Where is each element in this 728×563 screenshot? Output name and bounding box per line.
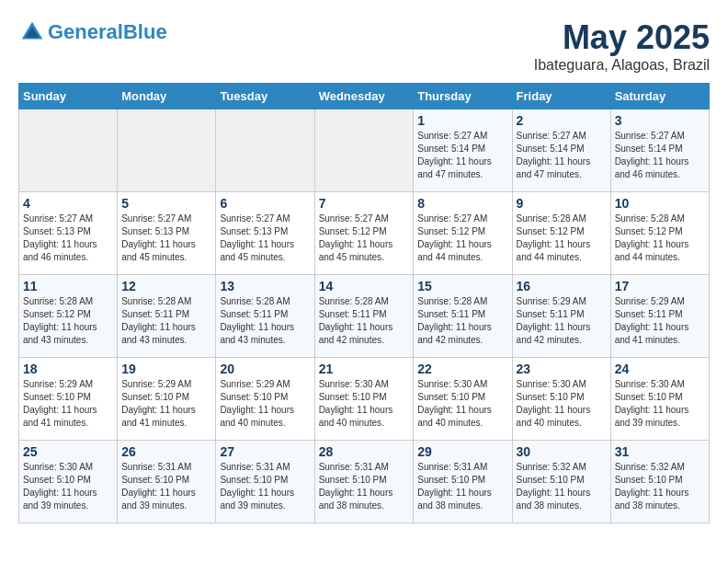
day-number: 14	[319, 279, 410, 293]
day-info: Sunrise: 5:27 AM Sunset: 5:14 PM Dayligh…	[517, 130, 607, 181]
calendar-week-1: 1Sunrise: 5:27 AM Sunset: 5:14 PM Daylig…	[19, 109, 710, 192]
calendar-cell: 23Sunrise: 5:30 AM Sunset: 5:10 PM Dayli…	[512, 358, 610, 441]
day-info: Sunrise: 5:27 AM Sunset: 5:13 PM Dayligh…	[23, 213, 113, 264]
day-info: Sunrise: 5:31 AM Sunset: 5:10 PM Dayligh…	[121, 461, 211, 512]
calendar-cell: 9Sunrise: 5:28 AM Sunset: 5:12 PM Daylig…	[512, 192, 610, 275]
calendar-cell: 22Sunrise: 5:30 AM Sunset: 5:10 PM Dayli…	[414, 358, 512, 441]
day-info: Sunrise: 5:29 AM Sunset: 5:10 PM Dayligh…	[121, 378, 211, 430]
day-info: Sunrise: 5:27 AM Sunset: 5:12 PM Dayligh…	[319, 213, 410, 264]
day-info: Sunrise: 5:28 AM Sunset: 5:11 PM Dayligh…	[417, 295, 507, 347]
calendar-cell: 5Sunrise: 5:27 AM Sunset: 5:13 PM Daylig…	[118, 192, 216, 275]
day-number: 8	[417, 196, 507, 211]
day-info: Sunrise: 5:30 AM Sunset: 5:10 PM Dayligh…	[517, 378, 607, 430]
day-number: 25	[23, 444, 113, 459]
day-header-tuesday: Tuesday	[216, 84, 314, 109]
day-number: 10	[615, 196, 705, 211]
calendar-cell: 19Sunrise: 5:29 AM Sunset: 5:10 PM Dayli…	[118, 358, 216, 441]
day-info: Sunrise: 5:28 AM Sunset: 5:12 PM Dayligh…	[23, 295, 113, 347]
calendar-cell: 27Sunrise: 5:31 AM Sunset: 5:10 PM Dayli…	[216, 441, 314, 523]
day-info: Sunrise: 5:27 AM Sunset: 5:12 PM Dayligh…	[417, 213, 507, 264]
calendar-cell: 8Sunrise: 5:27 AM Sunset: 5:12 PM Daylig…	[414, 192, 512, 275]
calendar-cell	[314, 109, 414, 192]
day-number: 27	[220, 444, 310, 459]
calendar-cell: 31Sunrise: 5:32 AM Sunset: 5:10 PM Dayli…	[610, 441, 709, 523]
day-info: Sunrise: 5:31 AM Sunset: 5:10 PM Dayligh…	[417, 461, 507, 512]
day-header-thursday: Thursday	[414, 84, 512, 109]
day-info: Sunrise: 5:28 AM Sunset: 5:11 PM Dayligh…	[121, 295, 211, 347]
day-number: 19	[121, 362, 211, 376]
day-info: Sunrise: 5:32 AM Sunset: 5:10 PM Dayligh…	[517, 461, 607, 512]
calendar-cell: 12Sunrise: 5:28 AM Sunset: 5:11 PM Dayli…	[118, 275, 216, 358]
page-header: GeneralBlue May 2025 Ibateguara, Alagoas…	[18, 18, 710, 74]
calendar-header-row: SundayMondayTuesdayWednesdayThursdayFrid…	[19, 84, 710, 109]
day-number: 16	[517, 279, 607, 293]
calendar-cell: 6Sunrise: 5:27 AM Sunset: 5:13 PM Daylig…	[216, 192, 314, 275]
calendar-week-3: 11Sunrise: 5:28 AM Sunset: 5:12 PM Dayli…	[19, 275, 710, 358]
day-info: Sunrise: 5:28 AM Sunset: 5:12 PM Dayligh…	[615, 213, 705, 264]
day-info: Sunrise: 5:27 AM Sunset: 5:14 PM Dayligh…	[615, 130, 705, 181]
day-header-sunday: Sunday	[19, 84, 118, 109]
day-number: 30	[517, 444, 607, 459]
day-number: 12	[121, 279, 211, 293]
calendar-cell: 3Sunrise: 5:27 AM Sunset: 5:14 PM Daylig…	[610, 109, 709, 192]
day-number: 6	[220, 196, 310, 211]
day-header-friday: Friday	[512, 84, 610, 109]
calendar-cell: 4Sunrise: 5:27 AM Sunset: 5:13 PM Daylig…	[19, 192, 118, 275]
day-number: 18	[23, 362, 113, 376]
calendar-cell: 24Sunrise: 5:30 AM Sunset: 5:10 PM Dayli…	[610, 358, 709, 441]
day-number: 22	[417, 362, 507, 376]
day-info: Sunrise: 5:27 AM Sunset: 5:13 PM Dayligh…	[220, 213, 310, 264]
calendar-cell: 17Sunrise: 5:29 AM Sunset: 5:11 PM Dayli…	[610, 275, 709, 358]
calendar-cell	[216, 109, 314, 192]
day-number: 23	[517, 362, 607, 376]
day-number: 4	[23, 196, 113, 211]
day-number: 21	[319, 362, 410, 376]
day-info: Sunrise: 5:27 AM Sunset: 5:14 PM Dayligh…	[417, 130, 507, 181]
day-number: 20	[220, 362, 310, 376]
calendar-week-2: 4Sunrise: 5:27 AM Sunset: 5:13 PM Daylig…	[19, 192, 710, 275]
day-info: Sunrise: 5:31 AM Sunset: 5:10 PM Dayligh…	[220, 461, 310, 512]
calendar-cell: 14Sunrise: 5:28 AM Sunset: 5:11 PM Dayli…	[314, 275, 414, 358]
calendar-week-4: 18Sunrise: 5:29 AM Sunset: 5:10 PM Dayli…	[19, 358, 710, 441]
location-subtitle: Ibateguara, Alagoas, Brazil	[534, 57, 710, 74]
day-number: 26	[121, 444, 211, 459]
logo: GeneralBlue	[18, 18, 167, 46]
day-info: Sunrise: 5:27 AM Sunset: 5:13 PM Dayligh…	[121, 213, 211, 264]
day-number: 3	[615, 113, 705, 128]
logo-line2: Blue	[123, 20, 167, 43]
day-number: 1	[417, 113, 507, 128]
day-number: 2	[517, 113, 607, 128]
day-info: Sunrise: 5:30 AM Sunset: 5:10 PM Dayligh…	[615, 378, 705, 430]
calendar-body: 1Sunrise: 5:27 AM Sunset: 5:14 PM Daylig…	[19, 109, 710, 523]
calendar-cell: 30Sunrise: 5:32 AM Sunset: 5:10 PM Dayli…	[512, 441, 610, 523]
day-number: 24	[615, 362, 705, 376]
day-info: Sunrise: 5:28 AM Sunset: 5:12 PM Dayligh…	[517, 213, 607, 264]
title-area: May 2025 Ibateguara, Alagoas, Brazil	[534, 18, 710, 74]
logo-line1: General	[48, 20, 123, 43]
day-info: Sunrise: 5:30 AM Sunset: 5:10 PM Dayligh…	[319, 378, 410, 430]
day-info: Sunrise: 5:30 AM Sunset: 5:10 PM Dayligh…	[417, 378, 507, 430]
calendar-cell: 20Sunrise: 5:29 AM Sunset: 5:10 PM Dayli…	[216, 358, 314, 441]
day-number: 31	[615, 444, 705, 459]
day-header-monday: Monday	[118, 84, 216, 109]
day-info: Sunrise: 5:28 AM Sunset: 5:11 PM Dayligh…	[319, 295, 410, 347]
calendar-cell: 28Sunrise: 5:31 AM Sunset: 5:10 PM Dayli…	[314, 441, 414, 523]
calendar-cell: 21Sunrise: 5:30 AM Sunset: 5:10 PM Dayli…	[314, 358, 414, 441]
calendar-cell: 7Sunrise: 5:27 AM Sunset: 5:12 PM Daylig…	[314, 192, 414, 275]
day-number: 28	[319, 444, 410, 459]
day-info: Sunrise: 5:31 AM Sunset: 5:10 PM Dayligh…	[319, 461, 410, 512]
calendar-cell: 29Sunrise: 5:31 AM Sunset: 5:10 PM Dayli…	[414, 441, 512, 523]
day-info: Sunrise: 5:29 AM Sunset: 5:10 PM Dayligh…	[220, 378, 310, 430]
calendar-cell: 26Sunrise: 5:31 AM Sunset: 5:10 PM Dayli…	[118, 441, 216, 523]
calendar-week-5: 25Sunrise: 5:30 AM Sunset: 5:10 PM Dayli…	[19, 441, 710, 523]
day-number: 9	[517, 196, 607, 211]
calendar-cell	[19, 109, 118, 192]
day-number: 11	[23, 279, 113, 293]
calendar-cell: 1Sunrise: 5:27 AM Sunset: 5:14 PM Daylig…	[414, 109, 512, 192]
month-title: May 2025	[534, 18, 710, 57]
day-info: Sunrise: 5:29 AM Sunset: 5:11 PM Dayligh…	[615, 295, 705, 347]
calendar-cell: 10Sunrise: 5:28 AM Sunset: 5:12 PM Dayli…	[610, 192, 709, 275]
day-number: 17	[615, 279, 705, 293]
calendar-cell: 2Sunrise: 5:27 AM Sunset: 5:14 PM Daylig…	[512, 109, 610, 192]
day-number: 7	[319, 196, 410, 211]
